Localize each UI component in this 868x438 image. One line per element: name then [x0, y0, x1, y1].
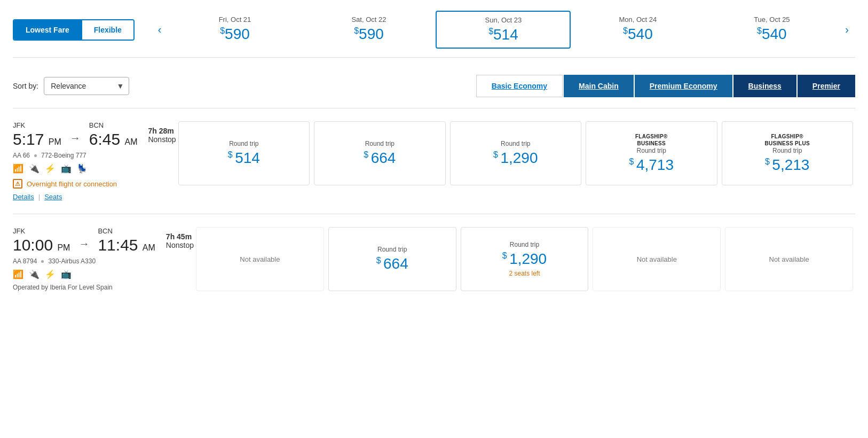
dot-separator [41, 260, 44, 263]
date-label: Fri, Oct 21 [175, 15, 295, 24]
flight-row-1: JFK 10:00 PM → BCN 11:45 AM 7h 45m Nonst… [13, 214, 855, 304]
origin: JFK 10:00 PM [13, 227, 70, 254]
date-option-3[interactable]: Mon, Oct 24 $540 [571, 11, 705, 49]
price-amount: $ 5,213 [765, 157, 809, 174]
flight-info: JFK 10:00 PM → BCN 11:45 AM 7h 45m Nonst… [13, 227, 194, 291]
warning-icon: ⚠ [13, 179, 22, 189]
flight-row-0: JFK 5:17 PM → BCN 6:45 AM 7h 28m Nonstop [13, 108, 855, 214]
price-cell-1[interactable]: Round trip $ 664 [314, 121, 445, 185]
date-price: $590 [309, 26, 429, 43]
price-cell-2[interactable]: Round trip $ 1,290 [450, 121, 581, 185]
prev-date-arrow[interactable]: ‹ [152, 24, 168, 36]
date-options: Fri, Oct 21 $590 Sat, Oct 22 $590 Sun, O… [168, 11, 839, 49]
nonstop-label: Nonstop [166, 241, 194, 249]
flagship-title: FLAGSHIP®BUSINESS [635, 133, 668, 147]
sort-select[interactable]: RelevancePriceDurationDeparture TimeArri… [44, 77, 129, 95]
lowest-fare-button[interactable]: Lowest Fare [14, 20, 81, 40]
cabin-tab-business[interactable]: Business [733, 75, 796, 97]
origin-code: JFK [13, 227, 70, 235]
aircraft-type: 772-Boeing 777 [41, 152, 86, 159]
duration-time: 7h 28m [148, 127, 176, 135]
price-cells: Not available Round trip $ 664 Round tri… [194, 227, 855, 291]
round-trip-label: Round trip [365, 140, 394, 147]
power-icon: 🔌 [29, 163, 40, 174]
destination: BCN 11:45 AM [98, 227, 155, 254]
cabin-tab-main-cabin[interactable]: Main Cabin [564, 75, 634, 97]
flight-amenities: 📶🔌⚡📺 [13, 269, 194, 279]
aircraft-type: 330-Airbus A330 [48, 257, 96, 265]
date-price: $514 [443, 26, 563, 43]
flight-duration: 7h 28m Nonstop [148, 127, 176, 144]
sort-select-wrapper[interactable]: RelevancePriceDurationDeparture TimeArri… [44, 77, 129, 95]
flight-info: JFK 5:17 PM → BCN 6:45 AM 7h 28m Nonstop [13, 121, 176, 201]
wifi-icon: 📶 [13, 163, 23, 174]
seats-left: 2 seats left [509, 270, 540, 277]
arrow-separator: → [70, 238, 98, 250]
price-cell-2[interactable]: Round trip $ 1,290 2 seats left [461, 227, 589, 291]
price-amount: $ 514 [228, 150, 260, 167]
sort-label: Sort by: [13, 82, 38, 90]
dest-code: BCN [89, 121, 138, 129]
duration-time: 7h 45m [166, 232, 194, 241]
seats-link[interactable]: Seats [44, 193, 62, 201]
date-label: Sat, Oct 22 [309, 15, 429, 24]
arrow-separator: → [61, 132, 89, 144]
origin-time: 10:00 PM [13, 236, 70, 254]
usb-icon: ⚡ [45, 269, 56, 279]
date-option-0[interactable]: Fri, Oct 21 $590 [168, 11, 302, 49]
operated-by: Operated by Iberia For Level Spain [13, 284, 194, 291]
date-option-4[interactable]: Tue, Oct 25 $540 [705, 11, 839, 49]
next-date-arrow[interactable]: › [839, 24, 855, 36]
screen-icon: 📺 [61, 163, 72, 174]
price-amount: $ 4,713 [629, 157, 674, 174]
flight-airports: JFK 10:00 PM → BCN 11:45 AM 7h 45m Nonst… [13, 227, 194, 254]
not-available-label: Not available [637, 255, 677, 263]
price-cell-unavailable-3[interactable]: Not available [593, 227, 721, 291]
overnight-warning: ⚠ Overnight flight or connection [13, 179, 176, 189]
fare-toggle[interactable]: Lowest Fare Flexible [13, 19, 135, 41]
round-trip-label: Round trip [772, 147, 802, 154]
round-trip-label: Round trip [510, 241, 539, 248]
price-amount: $ 664 [364, 150, 396, 167]
power-icon: 🔌 [29, 269, 40, 279]
date-option-1[interactable]: Sat, Oct 22 $590 [302, 11, 436, 49]
dot-separator [34, 154, 37, 157]
cabin-tab-premier[interactable]: Premier [798, 75, 855, 97]
round-trip-label: Round trip [501, 140, 530, 147]
dest-time: 11:45 AM [98, 236, 155, 254]
price-cell-unavailable-4[interactable]: Not available [725, 227, 853, 291]
price-cell-flagship-4[interactable]: FLAGSHIP®BUSINESS PLUS Round trip $ 5,21… [722, 121, 853, 185]
screen-icon: 📺 [61, 269, 72, 279]
flagship-title: FLAGSHIP®BUSINESS PLUS [764, 133, 809, 147]
flight-row-inner: JFK 5:17 PM → BCN 6:45 AM 7h 28m Nonstop [13, 121, 855, 201]
nonstop-label: Nonstop [148, 135, 176, 144]
date-price: $590 [175, 26, 295, 43]
dest-time: 6:45 AM [89, 130, 138, 148]
price-amount: $ 1,290 [502, 251, 547, 268]
not-available-label: Not available [769, 255, 809, 263]
flexible-button[interactable]: Flexible [81, 20, 133, 40]
details-link[interactable]: Details [13, 193, 34, 201]
date-price: $540 [578, 26, 698, 43]
flight-links: Details | Seats [13, 193, 176, 201]
sort-part: Sort by: RelevancePriceDurationDeparture… [13, 77, 129, 95]
price-cell-unavailable-0[interactable]: Not available [196, 227, 324, 291]
seat-icon: 💺 [77, 163, 88, 174]
price-cell-flagship-3[interactable]: FLAGSHIP®BUSINESS Round trip $ 4,713 [586, 121, 717, 185]
price-cell-0[interactable]: Round trip $ 514 [178, 121, 310, 185]
date-navigation: ‹ Fri, Oct 21 $590 Sat, Oct 22 $590 Sun,… [152, 11, 855, 49]
date-label: Sun, Oct 23 [443, 16, 563, 24]
price-cell-1[interactable]: Round trip $ 664 [328, 227, 456, 291]
usb-icon: ⚡ [45, 163, 56, 174]
flight-amenities: 📶🔌⚡📺💺 [13, 163, 176, 174]
round-trip-label: Round trip [637, 147, 666, 154]
flight-number: AA 66 [13, 152, 30, 159]
date-option-2[interactable]: Sun, Oct 23 $514 [436, 11, 571, 49]
flight-duration: 7h 45m Nonstop [166, 232, 194, 249]
price-cells: Round trip $ 514 Round trip $ 664 Round … [176, 121, 855, 185]
cabin-tab-basic-economy[interactable]: Basic Economy [476, 75, 563, 97]
date-label: Tue, Oct 25 [712, 15, 832, 24]
pipe-separator: | [38, 193, 40, 201]
cabin-tab-premium-economy[interactable]: Premium Economy [635, 75, 732, 97]
round-trip-label: Round trip [377, 246, 407, 253]
